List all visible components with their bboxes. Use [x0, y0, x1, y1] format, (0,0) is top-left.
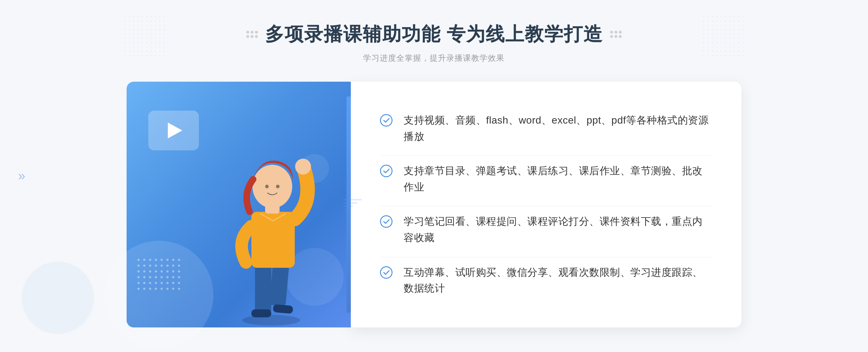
bg-dot-pattern-left — [123, 14, 166, 58]
features-panel: 支持视频、音频、flash、word、excel、ppt、pdf等各种格式的资源… — [351, 82, 741, 327]
feature-text-4: 互动弹幕、试听购买、微信分享、观看次数限制、学习进度跟踪、数据统计 — [404, 265, 712, 297]
page-wrapper: » 多项录播课辅助功能 专为线上教学打造 学习进度全掌握，提升录播课教学效果 — [0, 0, 868, 352]
feature-item-1: 支持视频、音频、flash、word、excel、ppt、pdf等各种格式的资源… — [380, 105, 712, 152]
feature-item-4: 互动弹幕、试听购买、微信分享、观看次数限制、学习进度跟踪、数据统计 — [380, 257, 712, 304]
page-title: 多项录播课辅助功能 专为线上教学打造 — [265, 22, 603, 47]
svg-point-10 — [276, 185, 280, 188]
decorator-dots-left — [246, 31, 258, 38]
feature-item-2: 支持章节目录、弹题考试、课后练习、课后作业、章节测验、批改作业 — [380, 155, 712, 203]
svg-point-9 — [265, 185, 269, 188]
header-section: 多项录播课辅助功能 专为线上教学打造 学习进度全掌握，提升录播课教学效果 — [246, 22, 622, 64]
dot-grid-illustration — [137, 259, 182, 291]
svg-rect-2 — [269, 262, 289, 306]
svg-point-6 — [295, 159, 311, 175]
bg-dot-pattern-right — [702, 14, 745, 58]
check-icon-2 — [380, 164, 393, 177]
feature-text-2: 支持章节目录、弹题考试、课后练习、课后作业、章节测验、批改作业 — [404, 163, 712, 196]
feature-text-3: 学习笔记回看、课程提问、课程评论打分、课件资料下载，重点内容收藏 — [404, 214, 712, 246]
svg-point-12 — [380, 165, 392, 177]
svg-rect-3 — [251, 309, 271, 317]
person-illustration — [217, 139, 326, 327]
svg-point-14 — [380, 267, 392, 278]
check-icon-3 — [380, 215, 393, 228]
svg-point-0 — [242, 315, 300, 326]
play-bubble — [148, 111, 199, 150]
svg-point-11 — [380, 115, 392, 126]
accent-bar — [346, 96, 351, 313]
svg-rect-1 — [255, 262, 271, 313]
svg-rect-4 — [273, 304, 293, 314]
chevron-right-icon: » — [18, 168, 25, 184]
illustration-panel — [127, 82, 351, 327]
decorator-dots-right — [610, 31, 622, 38]
bg-circle-bottom-left — [22, 262, 94, 334]
illustration-bg — [127, 82, 351, 327]
page-subtitle: 学习进度全掌握，提升录播课教学效果 — [246, 53, 622, 64]
header-decorators: 多项录播课辅助功能 专为线上教学打造 — [246, 22, 622, 47]
svg-point-8 — [252, 165, 292, 208]
svg-point-13 — [380, 216, 392, 227]
check-icon-1 — [380, 114, 393, 127]
feature-text-1: 支持视频、音频、flash、word、excel、ppt、pdf等各种格式的资源… — [404, 112, 712, 145]
feature-item-3: 学习笔记回看、课程提问、课程评论打分、课件资料下载，重点内容收藏 — [380, 206, 712, 253]
deco-circle-large — [105, 241, 213, 349]
far-left-decoration: » — [18, 168, 25, 184]
check-icon-4 — [380, 266, 393, 279]
play-icon — [168, 123, 182, 138]
content-area: 支持视频、音频、flash、word、excel、ppt、pdf等各种格式的资源… — [127, 82, 741, 327]
